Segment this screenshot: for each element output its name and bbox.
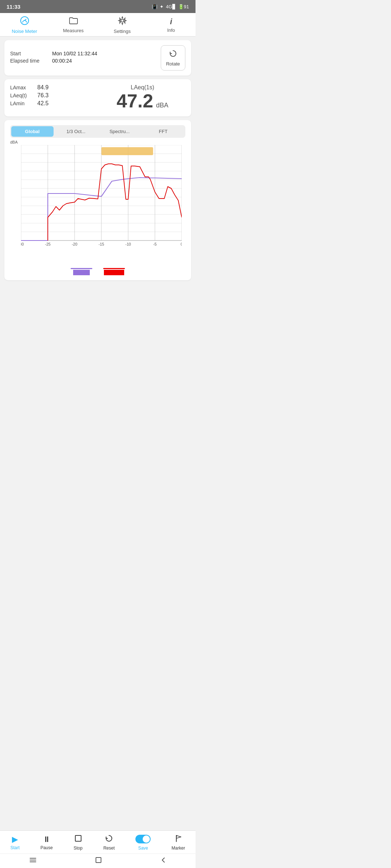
current-unit: dBA <box>156 102 168 109</box>
nav-settings-label: Settings <box>114 29 131 34</box>
laeqt-value: 76.3 <box>37 92 49 99</box>
svg-text:-25: -25 <box>45 242 50 246</box>
lamax-row: LAmax 84.9 <box>10 84 96 91</box>
legend-laeqt-line <box>71 268 92 269</box>
svg-text:-10: -10 <box>125 242 131 246</box>
nav-settings[interactable]: Settings <box>98 16 147 34</box>
rotate-label: Rotate <box>166 61 180 67</box>
legend-laeq1s-label: LAeq(1s) <box>104 270 124 275</box>
battery-icon: 🔋91 <box>178 4 189 9</box>
start-label: Start <box>10 51 46 56</box>
nav-noise-meter[interactable]: Noise Meter <box>0 16 49 34</box>
current-label: LAeq(1s) <box>131 84 154 91</box>
svg-text:-20: -20 <box>72 242 77 246</box>
tab-global[interactable]: Global <box>11 126 54 137</box>
chart-area: dBA 110 100 90 80 70 <box>10 140 185 263</box>
status-time: 11:33 <box>7 4 20 10</box>
chart-card: Global 1/3 Oct... Spectru... FFT dBA <box>4 120 191 280</box>
start-row: Start Mon 10/02 11:32:44 <box>10 51 97 56</box>
svg-text:-5: -5 <box>153 242 156 246</box>
session-card: Start Mon 10/02 11:32:44 Elapsed time 00… <box>4 40 191 76</box>
session-info: Start Mon 10/02 11:32:44 Elapsed time 00… <box>10 51 97 65</box>
current-value: 47.2 <box>117 90 153 111</box>
legend-laeqt: LAeq(t) <box>71 268 92 275</box>
tab-spectrum[interactable]: Spectru... <box>98 126 141 137</box>
folder-icon <box>69 17 78 27</box>
rotate-icon <box>169 49 177 60</box>
chart-svg: 110 100 90 80 70 60 50 40 30 20 10 0 <box>21 145 182 250</box>
lamin-row: LAmin 42.5 <box>10 100 96 107</box>
metrics-left: LAmax 84.9 LAeq(t) 76.3 LAmin 42.5 <box>10 84 96 111</box>
top-nav: Noise Meter Measures Settings i Info <box>0 13 196 37</box>
lamin-label: LAmin <box>10 101 34 106</box>
legend-laeqt-label: LAeq(t) <box>73 270 90 275</box>
status-bar: 11:33 📳 ✦ 4G▊ 🔋91 <box>0 0 196 13</box>
svg-point-2 <box>121 19 124 22</box>
vibrate-icon: 📳 <box>152 4 157 9</box>
tab-oct[interactable]: 1/3 Oct... <box>55 126 97 137</box>
nav-measures-label: Measures <box>63 28 84 33</box>
elapsed-row: Elapsed time 00:00:24 <box>10 58 97 64</box>
legend-laeq1s: LAeq(1s) <box>103 268 125 275</box>
svg-text:0: 0 <box>181 242 182 246</box>
nav-info[interactable]: i Info <box>147 17 196 33</box>
metrics-right: LAeq(1s) 47.2 dBA <box>100 84 185 111</box>
svg-text:-30: -30 <box>21 242 24 246</box>
current-reading: 47.2 dBA <box>117 91 168 111</box>
lamax-value: 84.9 <box>37 84 49 91</box>
y-axis-label: dBA <box>10 140 18 144</box>
lamin-value: 42.5 <box>37 100 49 107</box>
gear-icon <box>118 16 127 27</box>
nav-noise-meter-label: Noise Meter <box>12 29 37 34</box>
status-icons: 📳 ✦ 4G▊ 🔋91 <box>152 4 189 9</box>
svg-rect-43 <box>101 147 153 155</box>
chart-legend: LAeq(t) LAeq(1s) <box>10 267 185 275</box>
speedometer-icon <box>20 16 29 27</box>
metrics-inner: LAmax 84.9 LAeq(t) 76.3 LAmin 42.5 LAeq(… <box>10 84 185 111</box>
nav-measures[interactable]: Measures <box>49 17 98 33</box>
rotate-button[interactable]: Rotate <box>161 45 185 71</box>
chart-tab-bar: Global 1/3 Oct... Spectru... FFT <box>10 125 185 138</box>
nav-info-label: Info <box>167 27 175 33</box>
svg-text:-15: -15 <box>98 242 104 246</box>
tab-fft[interactable]: FFT <box>142 126 185 137</box>
laeqt-label: LAeq(t) <box>10 93 34 98</box>
info-icon: i <box>170 17 172 26</box>
signal-icon: 4G▊ <box>166 4 176 9</box>
elapsed-value: 00:00:24 <box>52 58 72 64</box>
metrics-card: LAmax 84.9 LAeq(t) 76.3 LAmin 42.5 LAeq(… <box>4 79 191 116</box>
bluetooth-icon: ✦ <box>160 4 164 9</box>
lamax-label: LAmax <box>10 85 34 90</box>
main-content: Start Mon 10/02 11:32:44 Elapsed time 00… <box>0 37 196 284</box>
elapsed-label: Elapsed time <box>10 58 46 64</box>
svg-line-1 <box>25 19 26 21</box>
start-value: Mon 10/02 11:32:44 <box>52 51 97 56</box>
legend-laeq1s-line <box>103 268 125 269</box>
laeqt-row: LAeq(t) 76.3 <box>10 92 96 99</box>
